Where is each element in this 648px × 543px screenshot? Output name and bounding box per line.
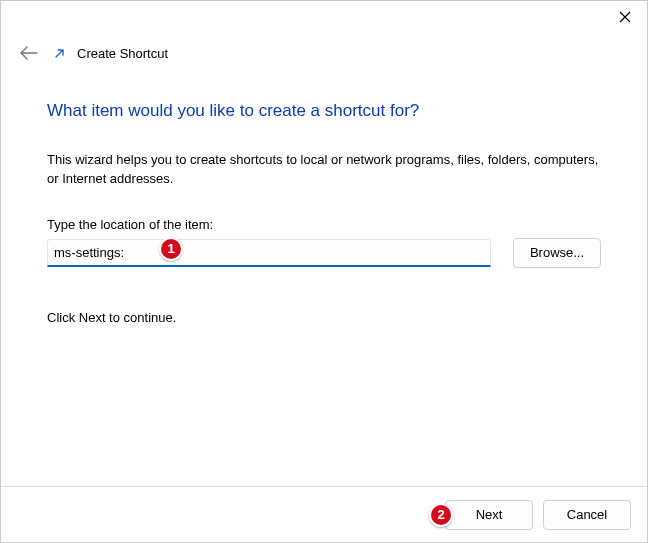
titlebar <box>1 1 647 37</box>
wizard-footer: 2 Next Cancel <box>1 486 647 542</box>
continue-hint: Click Next to continue. <box>47 310 601 325</box>
close-icon <box>619 11 631 23</box>
description-text: This wizard helps you to create shortcut… <box>47 151 601 189</box>
shortcut-icon <box>53 46 67 60</box>
arrow-left-icon <box>20 46 38 60</box>
page-heading: What item would you like to create a sho… <box>47 101 601 121</box>
location-input[interactable] <box>47 239 491 267</box>
wizard-header: Create Shortcut <box>1 37 647 73</box>
back-button[interactable] <box>19 43 39 63</box>
wizard-title: Create Shortcut <box>77 46 168 61</box>
next-button-wrap: 2 Next <box>445 500 533 530</box>
browse-button[interactable]: Browse... <box>513 238 601 268</box>
callout-badge-1: 1 <box>159 237 183 261</box>
location-label: Type the location of the item: <box>47 217 601 232</box>
cancel-button[interactable]: Cancel <box>543 500 631 530</box>
callout-badge-2: 2 <box>429 503 453 527</box>
next-button[interactable]: Next <box>445 500 533 530</box>
close-button[interactable] <box>603 1 647 33</box>
wizard-content: What item would you like to create a sho… <box>1 73 647 325</box>
location-row: Browse... 1 <box>47 238 601 268</box>
